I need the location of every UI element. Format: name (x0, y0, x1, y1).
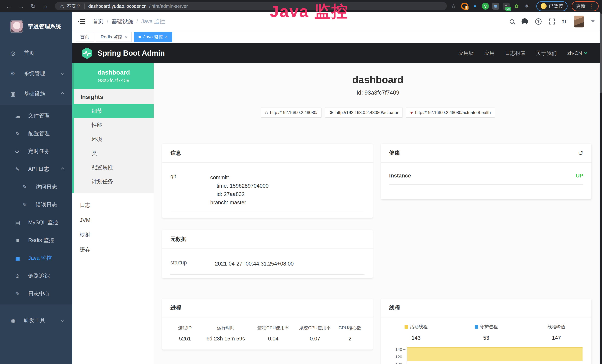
scrollbar-thumb[interactable] (600, 13, 602, 93)
actuator-url: http://192.168.0.2:48080/actuator (336, 110, 398, 115)
sidebar-item-config-manage[interactable]: ✎ 配置管理 (0, 125, 72, 142)
sidebar-collapse-icon[interactable] (78, 19, 85, 24)
language-selector[interactable]: zh-CN (567, 50, 587, 56)
eye-icon: ⊙ (15, 273, 23, 279)
extension-icon[interactable]: y (482, 3, 489, 10)
menu-item-caches[interactable]: 缓存 (72, 242, 154, 257)
tab-java-monitor[interactable]: Java 监控 × (134, 32, 172, 42)
menu-item-scheduled-tasks[interactable]: 计划任务 (74, 174, 154, 189)
sidebar-item-file-manage[interactable]: ☁ 文件管理 (0, 107, 72, 125)
sba-nav-wallboard[interactable]: 应用墙 (458, 50, 474, 57)
sba-header: Spring Boot Admin 应用墙 应用 日志报表 关于我们 zh-CN (72, 43, 602, 63)
user-menu-caret-icon[interactable] (591, 20, 595, 22)
sidebar-item-java-monitor[interactable]: ▣ Java 监控 (0, 249, 72, 267)
sba-nav-about[interactable]: 关于我们 (536, 50, 557, 57)
legend-swatch-blue (475, 325, 478, 329)
table-row: Instance UP (389, 170, 583, 184)
browser-menu-dots-icon[interactable]: ⋮ (589, 3, 594, 9)
extension-icon[interactable]: ✦ (472, 3, 479, 10)
sidebar-item-access-log[interactable]: ✎ 访问日志 (0, 178, 72, 196)
process-card-title: 进程 (170, 304, 181, 311)
log-icon: ✎ (15, 291, 23, 297)
sidebar-item-devtools[interactable]: ▦ 研发工具 (0, 311, 72, 329)
extension-icon[interactable]: ▦ (492, 3, 499, 10)
screenshot-root: ← → ↻ ⌂ ⚠ 不安全 dashboard.yudao.iocoder.cn… (0, 0, 602, 364)
browser-home-icon[interactable]: ⌂ (40, 3, 51, 10)
menu-item-jvm[interactable]: JVM (72, 213, 154, 227)
infra-submenu: ☁ 文件管理 ✎ 配置管理 ⟳ 定时任务 ✎ API 日志 ✎ 访问日志 ✎ (0, 105, 72, 304)
menu-item-metrics[interactable]: 性能 (74, 118, 154, 132)
extension-icon[interactable]: ✿ (513, 3, 520, 10)
sidebar-item-scheduled-jobs[interactable]: ⟳ 定时任务 (0, 142, 72, 160)
info-card-title: 信息 (170, 149, 181, 157)
breadcrumb-separator: / (137, 18, 138, 24)
actuator-url-chip[interactable]: ⚙ http://192.168.0.2:48080/actuator (325, 107, 402, 118)
sidebar-item-label: Java 监控 (28, 254, 52, 262)
extension-icon[interactable]: ≡on (503, 3, 510, 10)
browser-reload-icon[interactable]: ↻ (28, 2, 39, 10)
legend-item-peak: 线程峰值 (521, 324, 591, 330)
browser-url-bar[interactable]: ⚠ 不安全 dashboard.yudao.iocoder.cn/infra/a… (55, 2, 447, 11)
sidebar-item-redis-monitor[interactable]: ≋ Redis 监控 (0, 231, 72, 249)
github-icon[interactable] (522, 18, 528, 25)
sba-brand[interactable]: Spring Boot Admin (81, 47, 165, 59)
sba-nav-applications[interactable]: 应用 (484, 50, 495, 57)
sidebar-item-system[interactable]: ⚙ 系统管理 (0, 64, 72, 82)
menu-item-classes[interactable]: 类 (74, 146, 154, 161)
gear-icon: ⚙ (10, 70, 19, 77)
health-url-chip[interactable]: ♥ http://192.168.0.2:48080/actuator/heal… (406, 107, 495, 118)
extensions-puzzle-icon[interactable]: ❖ (523, 3, 530, 10)
menu-item-logging[interactable]: 日志 (72, 198, 154, 213)
history-icon[interactable]: ↺ (578, 149, 583, 157)
sidebar-item-label: API 日志 (28, 165, 49, 173)
table-row: git commit: time: 1596289704000 id: 27aa… (170, 170, 365, 212)
sidebar-item-label: 访问日志 (36, 183, 57, 191)
breadcrumb-infra[interactable]: 基础设施 (112, 18, 133, 25)
menu-item-mappings[interactable]: 映射 (72, 227, 154, 242)
legend-swatch-yellow (405, 325, 408, 329)
browser-back-icon[interactable]: ← (3, 3, 14, 10)
help-icon[interactable]: ? (535, 18, 542, 25)
monitor-icon: ▣ (15, 255, 23, 261)
sba-logo-icon (81, 47, 93, 59)
sidebar-item-label: 文件管理 (28, 112, 50, 119)
browser-scrollbar[interactable] (600, 12, 602, 364)
extension-on-badge: on (505, 7, 511, 11)
sidebar-item-tracing[interactable]: ⊙ 链路追踪 (0, 267, 72, 285)
process-column: 运行时间 6d 23h 15m 59s (200, 325, 252, 342)
sidebar-item-label: 首页 (24, 49, 34, 57)
paused-badge[interactable]: 已暂停 (536, 1, 568, 11)
sidebar-item-home[interactable]: ◎ 首页 (0, 44, 72, 62)
sba-sidebar: dashboard 93a3fc7f7409 Insights 细节 性能 环境… (72, 63, 154, 364)
extension-badge: 1 (465, 6, 469, 10)
browser-forward-icon[interactable]: → (16, 3, 26, 10)
menu-item-environment[interactable]: 环境 (74, 132, 154, 146)
tab-home[interactable]: 首页 (76, 32, 94, 42)
extension-icon[interactable]: 1 (461, 3, 468, 10)
cell-value: 0.04 (252, 336, 295, 342)
cell-value: 5261 (170, 336, 200, 342)
breadcrumb-home[interactable]: 首页 (93, 18, 103, 25)
search-icon[interactable] (510, 19, 514, 24)
user-avatar[interactable] (574, 16, 584, 27)
sidebar-item-infra[interactable]: ▣ 基础设施 (0, 85, 72, 103)
sidebar-item-label: 基础设施 (24, 90, 45, 97)
close-icon[interactable]: × (124, 34, 127, 40)
menu-item-details[interactable]: 细节 (72, 104, 154, 118)
close-icon[interactable]: × (165, 34, 168, 40)
menu-item-config-props[interactable]: 配置属性 (74, 161, 154, 174)
sidebar-item-error-log[interactable]: ✎ 错误日志 (0, 196, 72, 214)
font-size-icon[interactable]: tT (562, 18, 567, 25)
fullscreen-icon[interactable] (549, 19, 555, 24)
sidebar-item-log-center[interactable]: ✎ 日志中心 (0, 285, 72, 303)
instance-header[interactable]: dashboard 93a3fc7f7409 (72, 63, 154, 89)
info-card: 信息 git commit: time: 1596289704000 id: 2… (162, 144, 373, 218)
tab-redis-monitor[interactable]: Redis 监控 × (96, 32, 132, 42)
browser-update-button[interactable]: 更新 ⋮ (572, 1, 599, 11)
column-header: 进程CPU使用率 (252, 325, 295, 331)
bookmark-star-icon[interactable]: ☆ (451, 3, 456, 10)
sidebar-item-mysql-monitor[interactable]: ▤ MySQL 监控 (0, 214, 72, 231)
sidebar-item-api-log[interactable]: ✎ API 日志 (0, 160, 72, 178)
sba-nav-journal[interactable]: 日志报表 (505, 50, 526, 57)
service-url-chip[interactable]: ⌂ http://192.168.0.2:48080/ (261, 107, 322, 118)
